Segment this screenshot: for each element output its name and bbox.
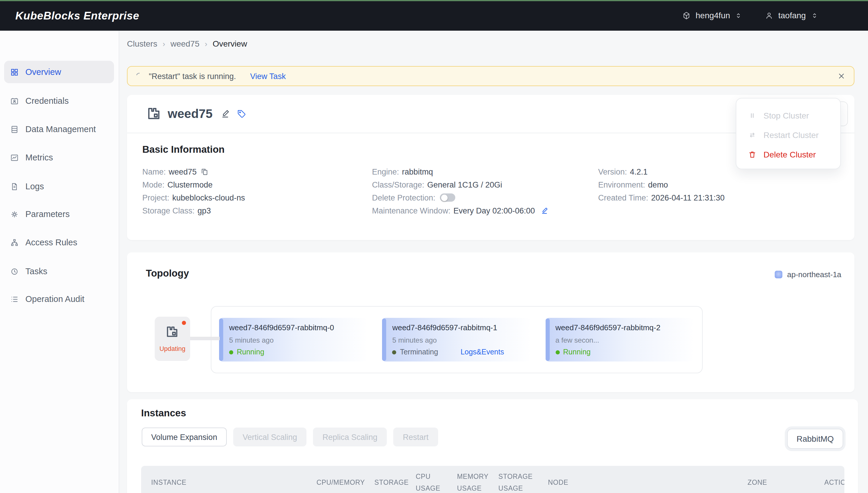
list-icon — [10, 295, 19, 303]
column-header-memory-usage: MEMORY USAGE — [457, 466, 491, 493]
pod-status: Running — [556, 348, 590, 356]
status-dot — [556, 350, 560, 354]
pod-card[interactable]: weed7-846f9d6597-rabbitmq-2 a few secon.… — [545, 318, 694, 362]
column-header-node: NODE — [548, 466, 568, 493]
chevron-updown-icon — [810, 11, 818, 20]
pod-card[interactable]: weed7-846f9d6597-rabbitmq-0 5 minutes ag… — [219, 318, 368, 362]
top-bar: KubeBlocks Enterprise heng4fun taofang — [0, 0, 868, 31]
topology-card: Topology ap-northeast-1a Updating weed7-… — [127, 252, 854, 392]
top-accent-strip — [0, 0, 868, 1]
sidebar-item-label: Data Management — [25, 124, 96, 134]
instance-actions: Volume Expansion Vertical Scaling Replic… — [142, 428, 438, 446]
pod-card[interactable]: weed7-846f9d6597-rabbitmq-1 5 minutes ag… — [382, 318, 531, 362]
sidebar-item-label: Logs — [25, 181, 44, 191]
sitemap-icon — [10, 238, 19, 247]
restart-cluster-menu-item[interactable]: Restart Cluster — [736, 125, 840, 145]
engine-tab-rabbitmq[interactable]: RabbitMQ — [787, 429, 843, 449]
sidebar-item-label: Tasks — [25, 266, 47, 276]
view-task-link[interactable]: View Task — [250, 72, 286, 81]
banner-message: "Restart" task is running. — [149, 72, 236, 81]
sidebar-item-label: Metrics — [25, 153, 53, 162]
logs-events-link[interactable]: Logs&Events — [461, 348, 504, 356]
sidebar-item-label: Operation Audit — [25, 294, 84, 304]
info-row-project: Project: kubeblocks-cloud-ns — [142, 192, 245, 203]
sidebar-item-label: Overview — [25, 67, 61, 77]
edit-maintenance-icon[interactable] — [541, 207, 549, 215]
close-icon[interactable] — [837, 72, 846, 80]
cluster-name: weed75 — [168, 106, 213, 121]
zone-color-swatch — [775, 271, 782, 278]
product-logo: KubeBlocks Enterprise — [15, 9, 139, 22]
pod-age: 5 minutes ago — [229, 336, 274, 344]
info-row-storage-class: Storage Class: gp3 — [142, 205, 211, 216]
pod-age: a few secon... — [556, 336, 599, 344]
sidebar-item-metrics[interactable]: Metrics — [4, 146, 114, 169]
breadcrumb-current: Overview — [213, 39, 247, 48]
vertical-scaling-button[interactable]: Vertical Scaling — [233, 428, 307, 446]
restart-button[interactable]: Restart — [393, 428, 438, 446]
gear-icon — [10, 210, 19, 218]
cluster-actions-menu: Stop Cluster Restart Cluster Delete Clus… — [736, 98, 841, 169]
column-header-storage-usage: STORAGE USAGE — [498, 466, 534, 493]
kubeblocks-overview-page: KubeBlocks Enterprise heng4fun taofang — [0, 0, 868, 493]
pod-name: weed7-846f9d6597-rabbitmq-0 — [229, 323, 334, 332]
volume-expansion-button[interactable]: Volume Expansion — [142, 428, 227, 446]
pod-status: Running — [229, 348, 264, 356]
replica-scaling-button[interactable]: Replica Scaling — [313, 428, 387, 446]
user-menu[interactable]: taofang — [765, 0, 818, 31]
sidebar-item-data-management[interactable]: Data Management — [4, 118, 114, 141]
info-row-maintenance-window: Maintenance Window: Every Day 02:00-06:0… — [372, 205, 549, 216]
chevron-right-icon: › — [205, 39, 207, 48]
sidebar-item-logs[interactable]: Logs — [4, 175, 114, 197]
column-header-cpu-memory: CPU/MEMORY — [317, 466, 365, 493]
delete-protection-toggle[interactable] — [440, 193, 456, 202]
chart-icon — [10, 153, 19, 162]
sidebar: Back Overview Credentials — [0, 31, 119, 493]
sidebar-item-parameters[interactable]: Parameters — [4, 203, 114, 225]
pause-icon — [748, 111, 756, 120]
sidebar-item-overview[interactable]: Overview — [4, 61, 114, 83]
component-node[interactable]: Updating — [155, 317, 190, 361]
info-row-created-time: Created Time: 2026-04-11 21:31:30 — [598, 192, 725, 203]
sidebar-item-credentials[interactable]: Credentials — [4, 90, 114, 112]
org-cube-icon — [682, 11, 691, 20]
pod-status: Terminating Logs&Events — [392, 348, 504, 356]
sidebar-item-operation-audit[interactable]: Operation Audit — [4, 288, 114, 310]
document-icon — [10, 182, 19, 191]
status-dot — [392, 350, 397, 354]
column-header-actions: ACTIONS — [824, 466, 844, 493]
info-row-version: Version: 4.2.1 — [598, 166, 648, 177]
info-row-delete-protection: Delete Protection: — [372, 192, 456, 203]
sidebar-item-label: Parameters — [25, 209, 70, 219]
zone-legend: ap-northeast-1a — [775, 270, 842, 279]
pod-age: 5 minutes ago — [392, 336, 437, 344]
org-switcher[interactable]: heng4fun — [682, 0, 743, 31]
stop-cluster-menu-item[interactable]: Stop Cluster — [736, 106, 840, 125]
sidebar-item-label: Access Rules — [25, 238, 77, 247]
column-header-cpu-usage: CPU USAGE — [416, 466, 442, 493]
copy-icon[interactable] — [201, 168, 208, 175]
column-header-instance: INSTANCE — [151, 466, 186, 493]
breadcrumb-cluster-name[interactable]: weed75 — [170, 39, 199, 48]
sidebar-item-access-rules[interactable]: Access Rules — [4, 231, 114, 254]
chevron-updown-icon — [735, 11, 743, 20]
pod-name: weed7-846f9d6597-rabbitmq-1 — [392, 323, 498, 332]
delete-cluster-menu-item[interactable]: Delete Cluster — [736, 145, 840, 164]
instances-table-header: INSTANCE CPU/MEMORY STORAGE CPU USAGE ME… — [141, 466, 844, 493]
info-row-mode: Mode: Clustermode — [142, 179, 213, 191]
topology-connector — [190, 337, 220, 340]
pods-panel: weed7-846f9d6597-rabbitmq-0 5 minutes ag… — [211, 306, 703, 373]
cluster-icon — [165, 324, 180, 339]
column-header-zone: ZONE — [748, 466, 767, 493]
status-dot — [182, 321, 186, 325]
edit-name-icon[interactable] — [221, 108, 231, 119]
user-icon — [765, 11, 773, 20]
info-row-engine: Engine: rabbitmq — [372, 166, 433, 177]
server-icon — [10, 125, 19, 133]
sidebar-item-tasks[interactable]: Tasks — [4, 260, 114, 282]
spinner-icon — [135, 72, 143, 80]
tag-icon[interactable] — [237, 109, 246, 118]
cluster-icon — [146, 106, 162, 122]
status-dot — [229, 350, 233, 354]
breadcrumb-clusters[interactable]: Clusters — [127, 39, 157, 48]
